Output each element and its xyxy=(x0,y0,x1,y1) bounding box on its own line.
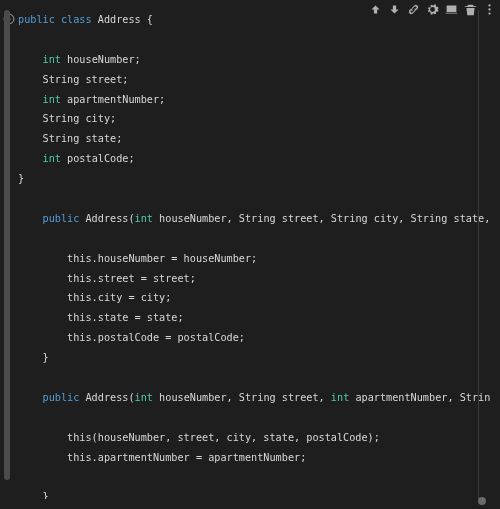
code-line[interactable]: int postalCode; xyxy=(18,153,135,164)
status-dot xyxy=(478,497,486,505)
code-line[interactable]: String city; xyxy=(18,113,116,124)
arrow-up-icon[interactable] xyxy=(369,3,382,16)
svg-point-2 xyxy=(488,12,490,14)
code-line[interactable]: this(houseNumber, street, city, state, p… xyxy=(18,432,380,443)
code-line[interactable]: public class Address { xyxy=(18,14,153,25)
code-line[interactable]: public Address(int houseNumber, String s… xyxy=(18,213,490,224)
link-icon[interactable] xyxy=(407,3,420,16)
code-line[interactable]: this.houseNumber = houseNumber; xyxy=(18,253,257,264)
code-line[interactable]: } xyxy=(18,173,24,184)
code-line[interactable]: } xyxy=(18,352,49,363)
cell-toolbar xyxy=(369,3,496,16)
code-line[interactable]: this.postalCode = postalCode; xyxy=(18,332,245,343)
svg-point-1 xyxy=(488,8,490,10)
code-line[interactable]: } xyxy=(18,491,49,499)
code-line[interactable]: this.state = state; xyxy=(18,312,184,323)
svg-point-0 xyxy=(488,4,490,6)
code-content[interactable]: public class Address { int houseNumber; … xyxy=(18,10,490,499)
code-line[interactable]: int houseNumber; xyxy=(18,54,141,65)
gear-icon[interactable] xyxy=(426,3,439,16)
code-line[interactable]: public Address(int houseNumber, String s… xyxy=(18,392,490,403)
code-editor[interactable]: public class Address { int houseNumber; … xyxy=(18,10,490,499)
code-line[interactable]: this.city = city; xyxy=(18,292,171,303)
code-line[interactable]: this.apartmentNumber = apartmentNumber; xyxy=(18,452,306,463)
code-line[interactable]: this.street = street; xyxy=(18,273,196,284)
arrow-down-icon[interactable] xyxy=(388,3,401,16)
trash-icon[interactable] xyxy=(464,3,477,16)
scrollbar-thumb[interactable] xyxy=(4,10,10,480)
code-line[interactable]: int apartmentNumber; xyxy=(18,94,165,105)
scrollbar[interactable] xyxy=(4,10,10,501)
mirror-icon[interactable] xyxy=(445,3,458,16)
code-line[interactable]: String state; xyxy=(18,133,122,144)
more-icon[interactable] xyxy=(483,3,496,16)
code-line[interactable]: String street; xyxy=(18,74,128,85)
